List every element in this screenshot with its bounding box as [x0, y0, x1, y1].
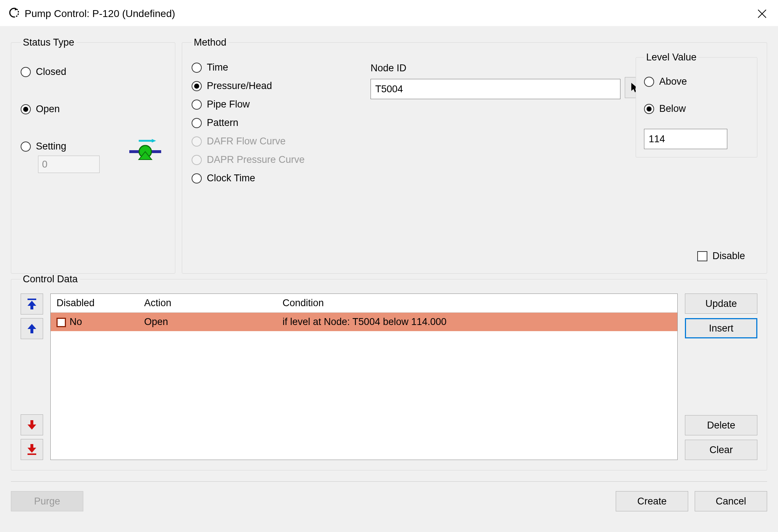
status-type-group: Status Type Closed Open Setting: [11, 37, 175, 274]
clear-button[interactable]: Clear: [685, 440, 757, 460]
disable-checkbox-row[interactable]: Disable: [697, 250, 745, 262]
app-icon: [9, 7, 20, 21]
purge-button: Purge: [11, 491, 83, 511]
title-bar: Pump Control: P-120 (Undefined): [0, 0, 778, 26]
radio-icon: [192, 155, 202, 165]
method-dapr-label: DAPR Pressure Curve: [207, 154, 305, 165]
radio-icon: [21, 142, 31, 152]
status-closed-label: Closed: [36, 66, 66, 77]
method-pattern-label: Pattern: [207, 117, 238, 128]
svg-marker-4: [152, 139, 156, 143]
method-clocktime-label: Clock Time: [207, 173, 255, 184]
radio-icon: [192, 173, 202, 183]
control-data-group: Control Data: [11, 274, 767, 470]
method-time-option[interactable]: Time: [192, 62, 333, 73]
arrow-top-icon: [26, 298, 37, 310]
svg-marker-10: [28, 301, 36, 306]
disable-label: Disable: [712, 250, 745, 262]
move-bottom-button[interactable]: [21, 439, 43, 460]
node-id-label: Node ID: [371, 63, 620, 74]
level-above-label: Above: [659, 76, 687, 87]
pump-icon: [128, 139, 163, 160]
window-title: Pump Control: P-120 (Undefined): [25, 8, 175, 20]
pump-control-dialog: Pump Control: P-120 (Undefined) Status T…: [0, 0, 778, 532]
level-value-group: Level Value Above Below: [636, 52, 757, 157]
radio-icon: [644, 104, 654, 114]
move-top-button[interactable]: [21, 294, 43, 314]
table-row[interactable]: No Open if level at Node: T5004 below 11…: [51, 313, 677, 332]
level-below-option[interactable]: Below: [644, 103, 749, 114]
col-header-disabled[interactable]: Disabled: [51, 294, 138, 313]
svg-rect-14: [30, 420, 33, 425]
dialog-footer: Purge Create Cancel: [11, 481, 767, 511]
method-dapr-option: DAPR Pressure Curve: [192, 154, 333, 165]
cell-condition: if level at Node: T5004 below 114.000: [277, 313, 677, 332]
arrow-up-icon: [26, 322, 37, 335]
svg-rect-13: [30, 328, 33, 333]
svg-marker-15: [28, 425, 36, 430]
radio-icon: [21, 67, 31, 77]
method-pressure-label: Pressure/Head: [207, 80, 272, 92]
method-legend: Method: [192, 37, 229, 48]
arrow-bottom-icon: [26, 443, 37, 456]
radio-icon: [192, 63, 202, 73]
level-value-input[interactable]: [644, 129, 727, 149]
cell-action: Open: [138, 313, 277, 332]
radio-icon: [192, 118, 202, 128]
col-header-condition[interactable]: Condition: [277, 294, 677, 313]
radio-icon: [21, 104, 31, 114]
level-below-label: Below: [659, 103, 686, 114]
method-clocktime-option[interactable]: Clock Time: [192, 173, 333, 184]
row-move-toolbar: [21, 294, 43, 460]
control-data-legend: Control Data: [21, 274, 80, 285]
svg-marker-12: [28, 324, 36, 329]
status-closed-option[interactable]: Closed: [21, 66, 166, 77]
status-open-option[interactable]: Open: [21, 104, 166, 115]
delete-button[interactable]: Delete: [685, 415, 757, 435]
method-time-label: Time: [207, 62, 228, 73]
move-down-button[interactable]: [21, 414, 43, 435]
update-button[interactable]: Update: [685, 294, 757, 314]
svg-marker-17: [28, 448, 36, 453]
checkbox-icon: [697, 251, 707, 261]
method-pattern-option[interactable]: Pattern: [192, 117, 333, 128]
status-open-label: Open: [36, 104, 60, 115]
status-type-legend: Status Type: [21, 37, 76, 48]
arrow-down-icon: [26, 419, 37, 431]
close-button[interactable]: [753, 5, 771, 22]
radio-icon: [192, 81, 202, 91]
row-status-icon: [57, 318, 66, 327]
method-dafr-option: DAFR Flow Curve: [192, 136, 333, 147]
method-pipeflow-label: Pipe Flow: [207, 99, 250, 110]
control-data-buttons: Update Insert Delete Clear: [685, 294, 757, 460]
method-pressure-option[interactable]: Pressure/Head: [192, 80, 333, 92]
status-setting-label: Setting: [36, 141, 66, 152]
cell-disabled: No: [51, 313, 138, 332]
method-group: Method Time Pressure/Head Pipe Flow: [182, 37, 767, 274]
move-up-button[interactable]: [21, 318, 43, 339]
control-data-table[interactable]: Disabled Action Condition No Open: [50, 294, 678, 460]
radio-icon: [644, 77, 654, 87]
level-above-option[interactable]: Above: [644, 76, 749, 87]
create-button[interactable]: Create: [616, 491, 688, 511]
setting-value-input: [38, 156, 100, 173]
insert-button[interactable]: Insert: [685, 318, 757, 338]
svg-rect-11: [30, 305, 33, 309]
method-dafr-label: DAFR Flow Curve: [207, 136, 286, 147]
col-header-action[interactable]: Action: [138, 294, 277, 313]
cancel-button[interactable]: Cancel: [695, 491, 767, 511]
node-id-block: Node ID: [371, 63, 620, 99]
method-pipeflow-option[interactable]: Pipe Flow: [192, 99, 333, 110]
node-id-input[interactable]: [371, 79, 620, 99]
radio-icon: [192, 100, 202, 110]
radio-icon: [192, 136, 202, 147]
cell-disabled-text: No: [70, 316, 82, 327]
level-value-legend: Level Value: [644, 52, 699, 63]
